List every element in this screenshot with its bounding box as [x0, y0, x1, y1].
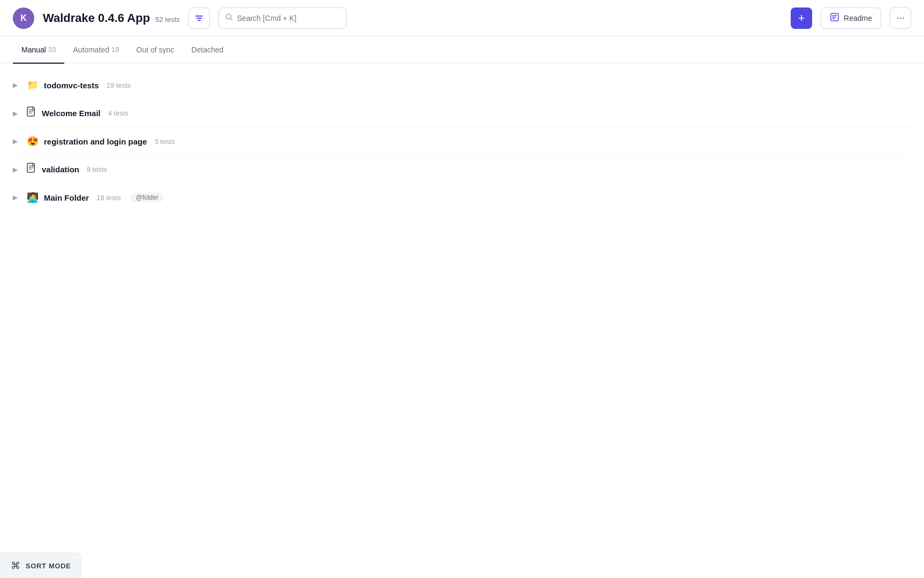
list-item[interactable]: ▶ 📁 todomvc-tests 19 tests — [13, 72, 911, 99]
list-item[interactable]: ▶ 🧑‍💻 Main Folder 18 tests @folder — [13, 184, 911, 211]
test-count-badge: 52 tests — [155, 16, 180, 24]
tab-manual-count: 33 — [48, 45, 56, 54]
sort-mode-icon: ⌘ — [11, 560, 20, 572]
readme-icon — [830, 12, 839, 24]
tab-automated-count: 19 — [111, 45, 119, 54]
folder-test-count: 8 tests — [87, 165, 107, 173]
list-item[interactable]: ▶ 😍 registration and login page 3 tests — [13, 128, 911, 155]
chevron-icon: ▶ — [13, 81, 21, 89]
app-title: Waldrake 0.4.6 App 52 tests — [43, 11, 180, 25]
folder-name: todomvc-tests — [44, 81, 99, 90]
folder-icon: 📁 — [27, 79, 39, 91]
folder-name: Welcome Email — [42, 109, 101, 118]
emoji-icon: 😍 — [27, 135, 39, 147]
folder-name: registration and login page — [44, 137, 147, 146]
filter-button[interactable] — [188, 7, 210, 29]
tab-automated[interactable]: Automated 19 — [64, 37, 127, 64]
folder-name: validation — [42, 165, 79, 174]
doc-icon — [27, 163, 36, 176]
tab-detached[interactable]: Detached — [183, 37, 232, 64]
folder-test-count: 19 tests — [107, 81, 131, 89]
main-content: ▶ 📁 todomvc-tests 19 tests ▶ Welcome Ema… — [0, 63, 924, 219]
search-icon — [225, 13, 233, 22]
emoji-icon: 🧑‍💻 — [27, 192, 39, 203]
tab-detached-label: Detached — [191, 45, 223, 54]
tab-manual-label: Manual — [21, 45, 46, 54]
more-button[interactable]: ··· — [890, 7, 911, 29]
bottom-bar[interactable]: ⌘ SORT MODE — [0, 553, 82, 578]
chevron-icon: ▶ — [13, 194, 21, 201]
tabs-nav: Manual 33 Automated 19 Out of sync Detac… — [0, 36, 924, 63]
folder-name: Main Folder — [44, 193, 89, 202]
readme-label: Readme — [844, 14, 872, 22]
list-item[interactable]: ▶ validation 8 tests — [13, 155, 911, 184]
chevron-icon: ▶ — [13, 166, 21, 173]
sort-mode-label: SORT MODE — [26, 562, 71, 570]
tab-out-of-sync[interactable]: Out of sync — [128, 37, 183, 64]
folder-test-count: 3 tests — [155, 138, 175, 146]
search-box — [218, 7, 347, 29]
doc-icon — [27, 107, 36, 120]
chevron-icon: ▶ — [13, 110, 21, 117]
folder-test-count: 18 tests — [96, 194, 121, 202]
tab-automated-label: Automated — [73, 45, 109, 54]
search-input[interactable] — [237, 14, 340, 22]
readme-button[interactable]: Readme — [821, 7, 881, 29]
filter-icon — [195, 14, 203, 22]
folder-test-count: 4 tests — [108, 109, 128, 117]
chevron-icon: ▶ — [13, 138, 21, 145]
folder-tag: @folder — [131, 193, 164, 202]
avatar: K — [13, 7, 34, 29]
header: K Waldrake 0.4.6 App 52 tests + Readme ·… — [0, 0, 924, 36]
add-button[interactable]: + — [791, 7, 812, 29]
tab-out-of-sync-label: Out of sync — [137, 45, 175, 54]
folder-list: ▶ 📁 todomvc-tests 19 tests ▶ Welcome Ema… — [13, 72, 911, 211]
tab-manual[interactable]: Manual 33 — [13, 37, 64, 64]
list-item[interactable]: ▶ Welcome Email 4 tests — [13, 99, 911, 128]
